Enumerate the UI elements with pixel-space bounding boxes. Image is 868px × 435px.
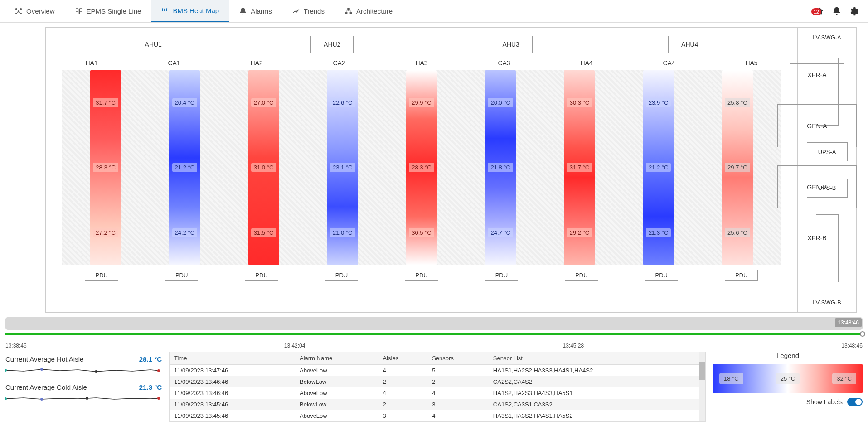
sensor-value: 30.5 °C: [409, 228, 434, 237]
svg-point-13: [40, 398, 43, 401]
tab-label: Architecture: [356, 7, 393, 15]
legend-panel: Legend 18 °C 25 °C 32 °C Show Labels: [713, 352, 863, 406]
alarm-table-pane: TimeAlarm NameAislesSensorsSensor List 1…: [169, 352, 706, 422]
alarm-col-header[interactable]: Sensor List: [489, 352, 705, 365]
alarm-col-header[interactable]: Aisles: [378, 352, 427, 365]
sensor-value: 28.3 °C: [93, 163, 118, 172]
ahu-box[interactable]: AHU3: [490, 36, 533, 53]
table-row[interactable]: 11/09/2023 13:46:46BelowLow22CA2S2,CA4S2: [170, 376, 705, 387]
aisle-label: CA1: [137, 59, 211, 67]
sensor-value: 31.7 °C: [93, 98, 118, 107]
aisle-label: HA1: [54, 59, 129, 67]
sensor-value: 21.8 °C: [488, 163, 513, 172]
ahu-box[interactable]: AHU1: [132, 36, 175, 53]
time-slider-track[interactable]: [5, 331, 863, 341]
sensor-value: 29.9 °C: [409, 98, 434, 107]
show-labels-label: Show Labels: [806, 398, 843, 406]
ahu-box[interactable]: AHU2: [310, 36, 354, 53]
table-cell: BelowLow: [295, 376, 378, 387]
pdu-box[interactable]: PDU: [245, 270, 278, 281]
pdu-box[interactable]: PDU: [725, 270, 758, 281]
table-cell: 3: [427, 399, 489, 410]
aisle-ca3[interactable]: 20.0 °C21.8 °C24.7 °C: [485, 70, 516, 265]
notifications-button[interactable]: 12: [832, 6, 842, 16]
alarm-scroll-thumb[interactable]: [699, 362, 705, 380]
aisle-ha1[interactable]: 31.7 °C28.3 °C27.2 °C: [90, 70, 121, 265]
pdu-box[interactable]: PDU: [85, 270, 118, 281]
sensor-value: 27.2 °C: [93, 228, 118, 237]
table-row[interactable]: 11/09/2023 13:46:46AboveLow44HA1S2,HA2S3…: [170, 387, 705, 399]
alarm-col-header[interactable]: Sensors: [427, 352, 489, 365]
time-tick-row: 13:38:46 13:42:04 13:45:28 13:48:46: [5, 341, 863, 349]
pdu-row: PDUPDUPDUPDUPDUPDUPDUPDUPDU: [46, 265, 797, 281]
aisle-ca4[interactable]: 23.9 °C21.2 °C21.3 °C: [643, 70, 674, 265]
aisle-label: CA2: [302, 59, 376, 67]
show-labels-toggle[interactable]: [847, 398, 863, 406]
alarm-col-header[interactable]: Time: [170, 352, 295, 365]
tab-architecture[interactable]: Architecture: [335, 0, 402, 22]
svg-point-8: [5, 369, 7, 372]
aisle-ha5[interactable]: 25.8 °C29.7 °C25.6 °C: [722, 70, 753, 265]
aisle-ha2[interactable]: 27.0 °C31.0 °C31.5 °C: [248, 70, 279, 265]
table-cell: BelowLow: [295, 399, 378, 410]
pdu-box[interactable]: PDU: [565, 270, 598, 281]
trend-icon: [292, 7, 300, 15]
architecture-icon: [344, 7, 353, 15]
svg-point-12: [5, 397, 7, 400]
tab-label: Overview: [26, 7, 55, 15]
pdu-box[interactable]: PDU: [645, 270, 678, 281]
legend-title: Legend: [713, 352, 863, 359]
time-range-fill: [5, 334, 863, 335]
lv-swg-b-label: LV-SWG-B: [813, 299, 841, 306]
power-box-xfr-a[interactable]: XFR-A: [790, 63, 844, 86]
alarm-col-header[interactable]: Alarm Name: [295, 352, 378, 365]
pdu-box[interactable]: PDU: [165, 270, 198, 281]
table-row[interactable]: 11/09/2023 13:47:46AboveLow45HA1S1,HA2S2…: [170, 365, 705, 377]
aisle-ha3[interactable]: 29.9 °C28.3 °C30.5 °C: [406, 70, 437, 265]
tab-label: Alarms: [251, 7, 272, 15]
pdu-box[interactable]: PDU: [405, 270, 438, 281]
tab-epms[interactable]: EPMS Single Line: [65, 0, 151, 22]
sensor-value: 25.6 °C: [725, 228, 750, 237]
pdu-box[interactable]: PDU: [325, 270, 358, 281]
aisle-ha4[interactable]: 30.3 °C31.7 °C29.2 °C: [564, 70, 595, 265]
time-slider-track-outer[interactable]: 13:48:46: [5, 317, 863, 330]
bell-icon: [239, 7, 247, 15]
sensor-value: 21.2 °C: [172, 163, 198, 172]
sensor-value: 24.7 °C: [488, 228, 513, 237]
cold-avg-label: Current Average Cold Aisle: [5, 383, 87, 391]
time-slider[interactable]: 13:48:46 13:38:46 13:42:04 13:45:28 13:4…: [5, 317, 863, 349]
table-row[interactable]: 11/09/2023 13:45:46BelowLow23CA1S2,CA3S1…: [170, 399, 705, 410]
aisle-ca2[interactable]: 22.6 °C23.1 °C21.0 °C: [327, 70, 358, 265]
table-cell: CA2S2,CA4S2: [489, 376, 705, 387]
sensor-value: 22.6 °C: [330, 98, 355, 107]
avg-metrics: Current Average Hot Aisle 28.1 °C Curren…: [5, 352, 162, 405]
gear-icon[interactable]: [849, 6, 859, 16]
aisle-label: CA3: [467, 59, 541, 67]
table-cell: 11/09/2023 13:46:46: [170, 387, 295, 399]
sensor-value: 21.2 °C: [646, 163, 671, 172]
tab-heatmap[interactable]: BMS Heat Map: [151, 0, 229, 22]
power-box-gen-a[interactable]: GEN-A: [777, 104, 857, 147]
svg-point-10: [95, 370, 97, 373]
power-box-gen-b[interactable]: GEN-B: [777, 165, 857, 208]
svg-point-11: [157, 369, 160, 372]
tab-label: Trends: [304, 7, 325, 15]
table-cell: HA1S2,HA2S3,HA4S3,HA5S1: [489, 387, 705, 399]
power-box-xfr-b[interactable]: XFR-B: [790, 227, 844, 249]
ahu-box[interactable]: AHU4: [668, 36, 711, 53]
pdu-box[interactable]: PDU: [485, 270, 518, 281]
aisle-label: HA2: [219, 59, 294, 67]
alarm-table: TimeAlarm NameAislesSensorsSensor List 1…: [170, 352, 705, 421]
aisle-ca1[interactable]: 20.4 °C21.2 °C24.2 °C: [169, 70, 200, 265]
tab-overview[interactable]: Overview: [5, 0, 65, 22]
time-tick: 13:38:46: [5, 343, 27, 349]
tab-alarms[interactable]: Alarms: [229, 0, 282, 22]
tab-label: EPMS Single Line: [87, 7, 141, 15]
tab-trends[interactable]: Trends: [282, 0, 335, 22]
table-row[interactable]: 11/09/2023 13:45:46AboveLow34HA3S1,HA3S2…: [170, 410, 705, 421]
sensor-value: 31.5 °C: [251, 228, 276, 237]
time-handle[interactable]: [860, 331, 865, 337]
tab-bar: Overview EPMS Single Line BMS Heat Map A…: [0, 0, 868, 23]
table-cell: 4: [427, 387, 489, 399]
